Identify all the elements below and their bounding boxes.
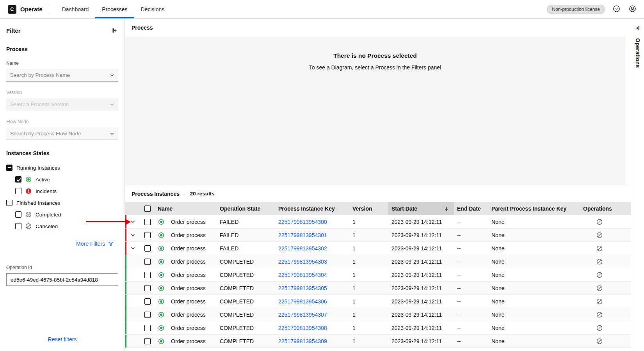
column-header-name[interactable]: Name (155, 206, 217, 212)
row-checkbox[interactable] (144, 312, 151, 318)
cancel-instance-button[interactable] (596, 218, 603, 226)
cancel-operation-icon (596, 285, 603, 291)
process-instance-key-link[interactable]: 2251799813954305 (278, 285, 327, 291)
expand-row-button[interactable] (129, 218, 137, 226)
instances-table-header: Name Operation State Process Instance Ke… (125, 202, 631, 215)
instance-parent-key: None (488, 219, 580, 225)
row-checkbox[interactable] (144, 219, 151, 225)
process-instance-key-link[interactable]: 2251799813954309 (278, 338, 327, 344)
expand-row-button[interactable] (129, 231, 137, 239)
process-instance-key-link[interactable]: 2251799813954300 (278, 219, 327, 225)
process-instance-key-link[interactable]: 2251799813954304 (278, 272, 327, 278)
instance-version: 1 (349, 338, 388, 344)
select-all-checkbox-cell (141, 206, 155, 212)
process-name-input[interactable] (10, 72, 110, 78)
column-header-start-date[interactable]: Start Date (388, 202, 454, 215)
cancel-instance-button[interactable] (596, 245, 603, 252)
row-checkbox[interactable] (144, 232, 151, 238)
expand-cell (125, 297, 141, 305)
cancel-instance-button[interactable] (596, 231, 603, 239)
tab-dashboard[interactable]: Dashboard (55, 0, 96, 18)
operation-state: FAILED (217, 219, 275, 225)
instance-name: Order process (168, 272, 217, 278)
instance-state-cell (155, 325, 168, 331)
row-checkbox[interactable] (144, 272, 151, 278)
instance-key-cell: 2251799813954302 (275, 245, 349, 252)
row-checkbox-cell (141, 285, 155, 291)
help-button[interactable]: ? (612, 4, 621, 14)
incidents-checkbox[interactable] (15, 188, 21, 194)
column-header-version[interactable]: Version (349, 206, 388, 212)
process-instance-key-link[interactable]: 2251799813954302 (278, 245, 327, 252)
operation-id-input[interactable] (6, 273, 118, 286)
row-operations-cell (580, 298, 631, 305)
completed-state-icon (25, 211, 32, 218)
more-filters-label: More Filters (76, 241, 105, 247)
cancel-instance-button[interactable] (596, 324, 603, 332)
filter-canceled[interactable]: Canceled (6, 220, 118, 232)
process-panel-header: Process (125, 19, 631, 37)
row-operations-cell (580, 258, 631, 266)
instance-end-date: -- (454, 285, 488, 291)
column-header-parent-key[interactable]: Parent Process Instance Key (488, 206, 580, 212)
expand-row-button[interactable] (129, 244, 137, 252)
process-instance-key-link[interactable]: 2251799813954303 (278, 259, 327, 265)
process-instance-key-link[interactable]: 2251799813954306 (278, 298, 327, 305)
filter-incidents[interactable]: Incidents (6, 185, 118, 197)
collapse-filters-panel-button[interactable] (110, 27, 118, 34)
process-instance-key-link[interactable]: 2251799813954308 (278, 325, 327, 331)
active-checkbox[interactable] (15, 176, 21, 183)
row-checkbox[interactable] (144, 259, 151, 265)
filter-finished-instances[interactable]: Finished Instances (6, 197, 118, 209)
canceled-checkbox[interactable] (15, 223, 21, 229)
flow-node-input[interactable] (10, 131, 110, 136)
row-checkbox[interactable] (144, 298, 151, 305)
cancel-instance-button[interactable] (596, 284, 603, 292)
filter-completed[interactable]: Completed (6, 209, 118, 220)
reset-filters-button[interactable]: Reset filters (48, 336, 77, 342)
filter-running-instances[interactable]: Running Instances (6, 162, 118, 174)
process-instance-key-link[interactable]: 2251799813954307 (278, 312, 327, 318)
operation-state: COMPLETED (217, 325, 275, 331)
operation-state: FAILED (217, 245, 275, 252)
cancel-instance-button[interactable] (596, 337, 603, 345)
filter-active[interactable]: Active (6, 174, 118, 185)
tab-decisions[interactable]: Decisions (134, 0, 171, 18)
process-name-combobox[interactable] (6, 69, 118, 82)
app-body: Filter Process Name Version (0, 19, 644, 351)
instance-end-date: -- (454, 272, 488, 278)
instance-start-date: 2023-09-29 14:12:11 (388, 312, 454, 318)
cancel-instance-button[interactable] (596, 298, 603, 305)
row-checkbox[interactable] (144, 338, 151, 344)
cancel-operation-icon (596, 298, 603, 305)
column-header-operation-state[interactable]: Operation State (217, 206, 275, 212)
cancel-instance-button[interactable] (596, 271, 603, 279)
running-instances-checkbox[interactable] (6, 165, 12, 171)
row-checkbox[interactable] (144, 285, 151, 291)
column-header-process-instance-key[interactable]: Process Instance Key (275, 206, 349, 212)
user-menu-button[interactable] (628, 4, 637, 14)
select-all-checkbox[interactable] (144, 206, 151, 212)
process-version-combobox (6, 98, 118, 111)
completed-checkbox[interactable] (15, 211, 21, 218)
more-filters-button[interactable]: More Filters (76, 241, 118, 247)
tab-processes[interactable]: Processes (95, 0, 134, 18)
row-checkbox[interactable] (144, 245, 151, 252)
expand-cell (125, 257, 141, 266)
cancel-instance-button[interactable] (596, 311, 603, 319)
process-instance-key-link[interactable]: 2251799813954301 (278, 232, 327, 238)
row-checkbox[interactable] (144, 325, 151, 331)
instance-state-cell (155, 272, 168, 278)
column-header-end-date[interactable]: End Date (454, 206, 488, 212)
flow-node-combobox[interactable] (6, 128, 118, 140)
expand-operations-panel-button[interactable] (634, 24, 642, 32)
chevron-down-icon (110, 102, 114, 107)
table-row: Order process COMPLETED 2251799813954303… (125, 255, 631, 268)
operation-id-label: Operation Id (6, 265, 118, 270)
cancel-instance-button[interactable] (596, 258, 603, 266)
instance-parent-key: None (488, 272, 580, 278)
app-header: C Operate Dashboard Processes Decisions … (0, 0, 644, 19)
finished-instances-checkbox[interactable] (6, 200, 12, 206)
instance-state-cell (155, 312, 168, 318)
row-operations-cell (580, 218, 631, 226)
